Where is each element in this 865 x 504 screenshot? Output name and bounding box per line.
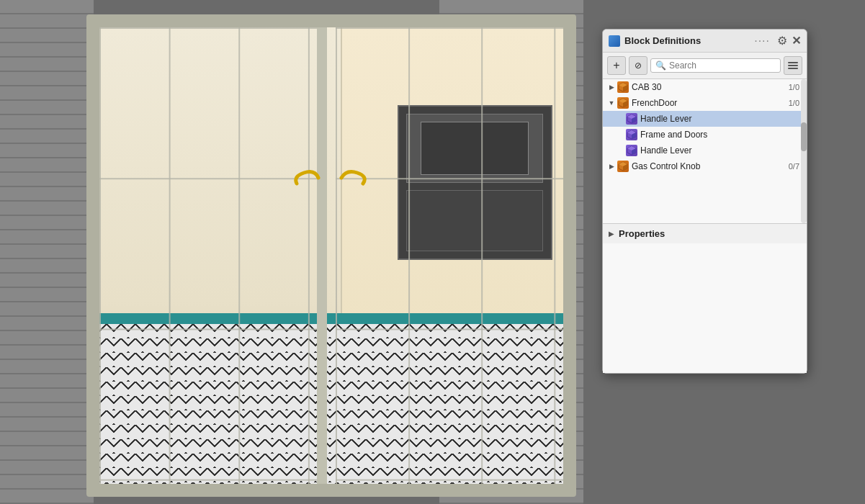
search-icon: 🔍 (655, 60, 666, 71)
block-icon-handle-lever-1 (626, 113, 637, 125)
block-icon-handle-lever-2 (626, 145, 637, 156)
door-frame (86, 14, 576, 497)
block-icon-gas-control-knob (617, 161, 629, 172)
tree-item-frame-and-doors[interactable]: Frame and Doors (603, 127, 807, 143)
panel-title: Block Definitions (624, 35, 750, 46)
tree-label-frame-and-doors: Frame and Doors (640, 130, 798, 140)
menu-button[interactable] (784, 56, 802, 75)
tree-label-handle-lever-1: Handle Lever (640, 114, 798, 124)
tree-item-handle-lever-1[interactable]: Handle Lever (603, 111, 807, 127)
properties-body (603, 243, 807, 373)
door-grid-right (336, 27, 563, 484)
tree-label-cab30: CAB 30 (632, 82, 787, 92)
plus-icon: + (613, 59, 619, 72)
panel-app-icon (609, 35, 620, 47)
block-icon-cab30 (617, 81, 629, 93)
door-grid-left (99, 27, 317, 484)
properties-section: ▶ Properties (603, 223, 807, 373)
tree-label-handle-lever-2: Handle Lever (640, 145, 798, 156)
scrollbar-track[interactable] (801, 79, 807, 223)
tree-label-gas-control-knob: Gas Control Knob (632, 161, 787, 171)
block-definitions-panel: Block Definitions ···· ⚙ ✕ + ⊘ 🔍 (602, 29, 807, 374)
menu-line-3 (788, 68, 798, 69)
scene-viewport (0, 0, 583, 504)
handle-right (336, 169, 372, 189)
properties-header[interactable]: ▶ Properties (603, 224, 807, 243)
tree-label-frenchdoor: FrenchDoor (632, 98, 787, 108)
search-input[interactable] (669, 60, 776, 71)
add-block-button[interactable]: + (607, 56, 626, 75)
filter-button[interactable]: ⊘ (629, 56, 647, 75)
block-icon-frenchdoor (617, 97, 629, 109)
menu-line-1 (788, 62, 798, 63)
panel-toolbar: + ⊘ 🔍 (603, 53, 807, 79)
block-icon-frame-and-doors (626, 129, 637, 140)
properties-title: Properties (619, 228, 665, 239)
panel-settings-button[interactable]: ⚙ (777, 34, 787, 48)
tree-item-handle-lever-2[interactable]: Handle Lever (603, 143, 807, 158)
tree-item-cab30[interactable]: CAB 30 1/0 (603, 79, 807, 95)
tree-wrapper: CAB 30 1/0 FrenchDoor 1/0 (603, 79, 807, 223)
handle-left (290, 169, 326, 189)
properties-arrow-icon: ▶ (609, 230, 614, 238)
tree-item-frenchdoor[interactable]: FrenchDoor 1/0 (603, 95, 807, 111)
tree-item-gas-control-knob[interactable]: Gas Control Knob 0/7 (603, 158, 807, 174)
menu-line-2 (788, 65, 798, 66)
block-tree: CAB 30 1/0 FrenchDoor 1/0 (603, 79, 807, 223)
tree-arrow-cab30[interactable] (607, 83, 616, 91)
panel-drag-handle[interactable]: ···· (754, 35, 770, 48)
door-interior (99, 27, 563, 484)
filter-icon: ⊘ (635, 60, 642, 71)
left-wall (0, 0, 94, 504)
door-left-panel (99, 27, 327, 484)
panel-close-button[interactable]: ✕ (792, 34, 801, 48)
tree-arrow-gas-control-knob[interactable] (607, 162, 616, 171)
tree-arrow-frenchdoor[interactable] (607, 99, 616, 107)
scrollbar-thumb[interactable] (801, 122, 807, 151)
search-box: 🔍 (650, 58, 781, 73)
panel-header: Block Definitions ···· ⚙ ✕ (603, 30, 807, 53)
door-right-panel (336, 27, 563, 484)
